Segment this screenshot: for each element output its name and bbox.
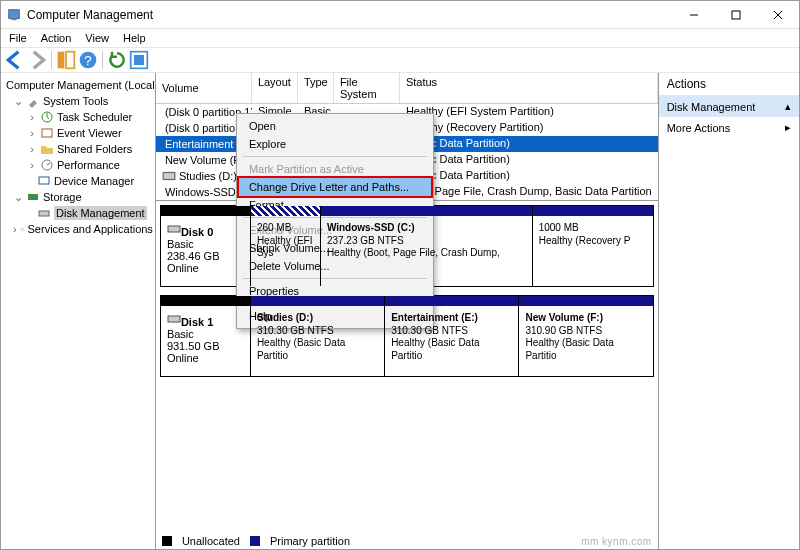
tree-system-tools[interactable]: ⌄System Tools <box>3 93 153 109</box>
storage-icon <box>26 190 40 204</box>
svg-rect-0 <box>9 9 20 18</box>
svg-rect-19 <box>39 211 49 216</box>
collapse-icon[interactable]: ⌄ <box>13 94 23 108</box>
svg-rect-14 <box>42 129 52 137</box>
expand-icon[interactable]: › <box>27 126 37 140</box>
window-title: Computer Management <box>27 8 673 22</box>
volume-list-header: Volume Layout Type File System Status <box>156 73 658 104</box>
menu-file[interactable]: File <box>9 32 27 44</box>
col-filesystem[interactable]: File System <box>334 73 400 103</box>
help-button[interactable]: ? <box>78 50 98 70</box>
svg-rect-28 <box>168 316 180 322</box>
expand-icon[interactable]: › <box>27 142 37 156</box>
disk-icon <box>167 312 181 326</box>
device-icon <box>37 174 51 188</box>
disk-header[interactable]: Disk 0 Basic 238.46 GB Online <box>161 206 251 286</box>
maximize-button[interactable] <box>715 1 757 29</box>
chevron-up-icon: ▴ <box>785 100 791 113</box>
disk-layout: Disk 0 Basic 238.46 GB Online 260 MBHeal… <box>156 201 658 549</box>
ctx-explore[interactable]: Explore <box>239 135 431 153</box>
col-volume[interactable]: Volume <box>156 73 252 103</box>
svg-line-16 <box>47 163 50 165</box>
context-menu-separator <box>243 156 427 157</box>
watermark: mm kynm.com <box>581 536 652 547</box>
menu-help[interactable]: Help <box>123 32 146 44</box>
menu-bar: File Action View Help <box>1 29 799 47</box>
svg-rect-25 <box>163 173 175 180</box>
clock-icon <box>40 110 54 124</box>
partition[interactable]: Windows-SSD (C:)237.23 GB NTFSHealthy (B… <box>321 206 533 286</box>
svg-rect-6 <box>58 52 65 69</box>
disk-icon <box>37 206 51 220</box>
tree-performance[interactable]: ›Performance <box>3 157 153 173</box>
show-hide-tree-button[interactable] <box>56 50 76 70</box>
disk-header[interactable]: Disk 1 Basic 931.50 GB Online <box>161 296 251 376</box>
gauge-icon <box>40 158 54 172</box>
expand-icon[interactable]: › <box>27 110 37 124</box>
disk-icon <box>167 222 181 236</box>
legend: Unallocated Primary partition <box>162 535 350 547</box>
tree-storage[interactable]: ⌄Storage <box>3 189 153 205</box>
partition[interactable]: 1000 MBHealthy (Recovery P <box>533 206 653 286</box>
tree-disk-management[interactable]: Disk Management <box>3 205 153 221</box>
svg-rect-11 <box>134 55 144 65</box>
event-icon <box>40 126 54 140</box>
actions-more[interactable]: More Actions▸ <box>659 117 799 138</box>
collapse-icon[interactable]: ⌄ <box>13 190 23 204</box>
svg-text:?: ? <box>84 53 91 68</box>
expand-icon[interactable]: › <box>27 158 37 172</box>
refresh-button[interactable] <box>107 50 127 70</box>
actions-title: Actions <box>659 73 799 96</box>
col-layout[interactable]: Layout <box>252 73 298 103</box>
svg-rect-27 <box>168 226 180 232</box>
svg-rect-18 <box>28 194 38 200</box>
services-icon <box>20 222 25 236</box>
volume-icon <box>162 169 176 183</box>
svg-rect-3 <box>732 11 740 19</box>
svg-rect-1 <box>11 18 16 20</box>
minimize-button[interactable] <box>673 1 715 29</box>
tree-services[interactable]: ›Services and Applications <box>3 221 153 237</box>
ctx-change-drive-letter[interactable]: Change Drive Letter and Paths... <box>239 178 431 196</box>
wrench-icon <box>26 94 40 108</box>
forward-button[interactable] <box>27 50 47 70</box>
tree-shared-folders[interactable]: ›Shared Folders <box>3 141 153 157</box>
svg-rect-7 <box>66 52 74 69</box>
menu-view[interactable]: View <box>85 32 109 44</box>
folder-icon <box>40 142 54 156</box>
tree-event-viewer[interactable]: ›Event Viewer <box>3 125 153 141</box>
partition[interactable]: 260 MBHealthy (EFI Sys <box>251 206 321 286</box>
tree-root[interactable]: Computer Management (Local) <box>3 77 153 93</box>
close-button[interactable] <box>757 1 799 29</box>
col-status[interactable]: Status <box>400 73 658 103</box>
svg-rect-17 <box>39 177 49 184</box>
legend-swatch-primary <box>250 536 260 546</box>
toolbar: ? <box>1 47 799 73</box>
navigation-tree[interactable]: Computer Management (Local) ⌄System Tool… <box>1 73 156 549</box>
disk-0[interactable]: Disk 0 Basic 238.46 GB Online 260 MBHeal… <box>160 205 654 287</box>
ctx-open[interactable]: Open <box>239 117 431 135</box>
title-bar: Computer Management <box>1 1 799 29</box>
back-button[interactable] <box>5 50 25 70</box>
partition[interactable]: New Volume (F:)310.90 GB NTFSHealthy (Ba… <box>519 296 652 376</box>
menu-action[interactable]: Action <box>41 32 72 44</box>
app-icon <box>7 8 21 22</box>
tree-device-manager[interactable]: Device Manager <box>3 173 153 189</box>
col-type[interactable]: Type <box>298 73 334 103</box>
legend-swatch-unallocated <box>162 536 172 546</box>
tree-task-scheduler[interactable]: ›Task Scheduler <box>3 109 153 125</box>
main-panel: Volume Layout Type File System Status (D… <box>156 73 658 549</box>
toolbar-separator <box>51 51 52 69</box>
toolbar-separator <box>102 51 103 69</box>
actions-disk-management[interactable]: Disk Management▴ <box>659 96 799 117</box>
partition[interactable]: Entertainment (E:)310.30 GB NTFSHealthy … <box>385 296 519 376</box>
disk-1[interactable]: Disk 1 Basic 931.50 GB Online Studies (D… <box>160 295 654 377</box>
expand-icon[interactable]: › <box>13 222 17 236</box>
settings-button[interactable] <box>129 50 149 70</box>
svg-point-20 <box>21 228 24 231</box>
chevron-right-icon: ▸ <box>785 121 791 134</box>
ctx-mark-active: Mark Partition as Active <box>239 160 431 178</box>
actions-pane: Actions Disk Management▴ More Actions▸ <box>658 73 799 549</box>
partition[interactable]: Studies (D:)310.30 GB NTFSHealthy (Basic… <box>251 296 385 376</box>
